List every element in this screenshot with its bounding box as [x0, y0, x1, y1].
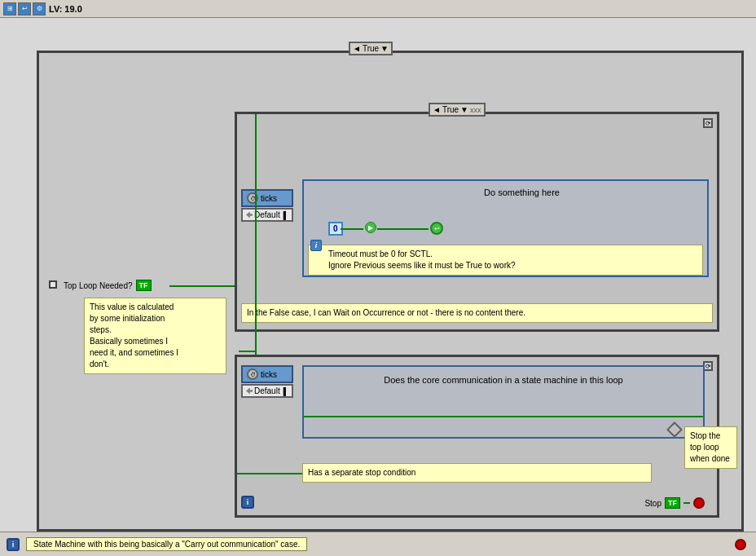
do-something-label: Do something here — [345, 188, 699, 197]
top-loop-needed-area: Top Loop Needed? TF — [64, 280, 152, 291]
left-terminal — [49, 280, 57, 289]
clock-icon-bottom: ⏱ — [247, 368, 258, 380]
main-wire-h — [239, 351, 255, 352]
outer-loop-selector[interactable]: ◄ True ▼ — [349, 42, 393, 55]
stop-cond-note: Has a separate stop condition — [302, 463, 652, 483]
stop-top-loop-text: Stop the top loop when done — [690, 431, 730, 463]
stop-wire — [683, 502, 690, 504]
timeout-text: Timeout must be 0 for SCTL. Ignore Previ… — [314, 249, 697, 271]
blue-frame-bottom: Does the core communication in a state m… — [302, 365, 705, 439]
inner-wire-h1 — [341, 228, 363, 230]
default-arrow-bottom — [246, 388, 253, 395]
false-case-text: In the False case, I can Wait on Occurre… — [247, 308, 525, 317]
blue-frame-top: Do something here 0 ▶ ↩ i Timeout must b… — [302, 179, 709, 277]
inner-bottom-loop: ⟳ ⏱ ticks Default ▌ Does the core commun… — [235, 355, 719, 518]
default-label-top: Default — [254, 210, 280, 219]
tool-icon-2[interactable]: ⚙ — [33, 2, 46, 15]
stop-label: Stop — [644, 499, 662, 508]
timeout-note: i Timeout must be 0 for SCTL. Ignore Pre… — [308, 245, 703, 276]
stop-dot — [693, 497, 705, 509]
ticks-label-top: ticks — [261, 194, 277, 203]
tool-icon-1[interactable]: ↩ — [18, 2, 31, 15]
status-text-box: State Machine with this being basically … — [26, 537, 307, 551]
wire-tf-h2 — [169, 285, 210, 287]
default-arrow-top — [246, 212, 253, 218]
side-note-box: This value is calculated by some initial… — [84, 298, 226, 374]
default-label-bottom: Default — [254, 386, 280, 395]
info-icon-top: i — [310, 240, 322, 251]
status-text: State Machine with this being basically … — [33, 540, 300, 549]
status-bar: i State Machine with this being basicall… — [0, 532, 756, 556]
stop-row: Stop TF — [644, 497, 705, 509]
false-case-note: In the False case, I can Wait on Occurre… — [241, 303, 713, 323]
run-button-top[interactable]: ▶ — [365, 222, 376, 233]
inner-top-loop: ◄ True ▼ xxx ⟳ ⏱ ticks Default ▌ — [235, 112, 719, 332]
ticks-area-bottom: ⏱ ticks Default ▌ — [241, 365, 293, 398]
iter-terminal-bottom: i — [241, 496, 254, 509]
core-comm-label: Does the core communication in a state m… — [312, 375, 695, 385]
ticks-label-bottom: ticks — [261, 370, 277, 379]
status-stop-dot[interactable] — [735, 539, 746, 550]
ticks-box-top: ⏱ ticks — [241, 189, 293, 207]
ticks-box-bottom: ⏱ ticks — [241, 365, 293, 383]
top-loop-label: Top Loop Needed? — [64, 281, 133, 290]
top-right-terminal: ⟳ — [703, 118, 713, 128]
title-bar-icons: ⊞ ↩ ⚙ — [3, 2, 46, 15]
bottom-wire-main — [304, 416, 703, 417]
default-box-bottom: Default ▌ — [241, 384, 293, 398]
stop-tf[interactable]: TF — [665, 497, 680, 509]
inner-wire-h2 — [377, 228, 429, 230]
top-loop-tf[interactable]: TF — [136, 280, 152, 291]
app-icon: ⊞ — [3, 2, 16, 15]
main-wire-v — [255, 114, 257, 351]
ticks-area-top: ⏱ ticks Default ▌ — [241, 189, 293, 222]
outer-loop: ◄ True ▼ Top Loop Needed? TF This value … — [37, 51, 744, 532]
status-iter-terminal: i — [7, 538, 20, 551]
wire-bottom-left — [237, 473, 302, 474]
title-bar: ⊞ ↩ ⚙ LV: 19.0 — [0, 0, 756, 18]
loop-back-circle-top: ↩ — [430, 222, 443, 235]
stop-cond-text: Has a separate stop condition — [308, 468, 415, 477]
window-title: LV: 19.0 — [49, 4, 82, 14]
stop-top-loop-note: Stop the top loop when done — [684, 426, 737, 469]
side-note-text: This value is calculated by some initial… — [90, 302, 178, 368]
default-box-top: Default ▌ — [241, 208, 293, 222]
main-canvas: ◄ True ▼ Top Loop Needed? TF This value … — [0, 18, 756, 556]
inner-top-selector[interactable]: ◄ True ▼ xxx — [429, 103, 486, 117]
